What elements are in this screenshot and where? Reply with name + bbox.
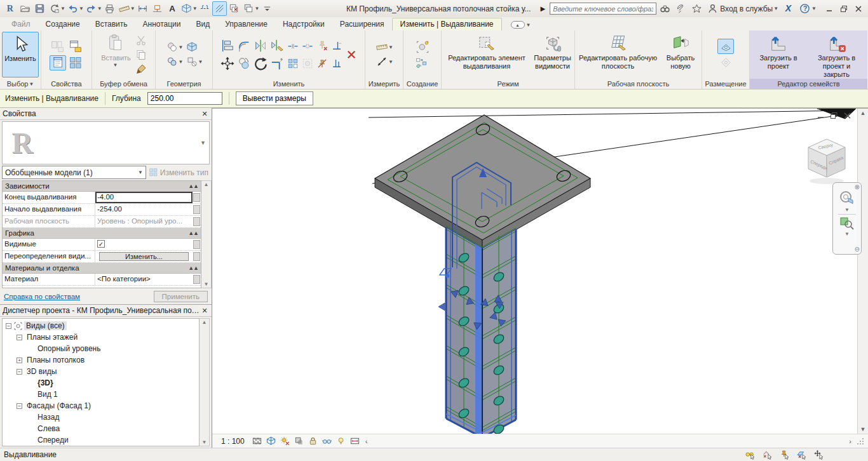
properties-help-link[interactable]: Справка по свойствам [4, 293, 80, 300]
solid-geometry-icon[interactable] [185, 40, 199, 54]
sign-in-button[interactable]: Вход в службы ▼ [705, 2, 780, 16]
select-links-toggle-icon[interactable] [743, 449, 757, 460]
section-collapse-icon[interactable]: ▲▲ [188, 230, 198, 236]
measure-button[interactable] [117, 1, 132, 16]
cut-icon[interactable] [134, 33, 148, 47]
offset-icon[interactable] [236, 37, 252, 53]
copy-tool-icon[interactable] [236, 55, 252, 71]
tab-3[interactable]: Аннотации [135, 18, 189, 30]
open-button[interactable] [18, 1, 32, 16]
tree-item[interactable]: −Фасады (Фасад 1) [3, 400, 199, 411]
view-close-icon[interactable] [843, 112, 851, 119]
ribbon-collapse-dropdown-icon[interactable]: ▼ [526, 22, 531, 28]
view-restore-icon[interactable] [829, 112, 838, 119]
pin-icon[interactable] [315, 39, 329, 53]
section-collapse-icon[interactable]: ▲▲ [188, 265, 198, 271]
depth-input[interactable] [147, 92, 222, 105]
help-dropdown-icon[interactable]: ▼ [811, 6, 817, 11]
rotate-icon[interactable] [253, 55, 269, 71]
aligned-dimension-button[interactable] [135, 1, 150, 16]
measure-between-icon[interactable] [375, 55, 389, 69]
copy-icon[interactable] [134, 48, 148, 62]
tab-6[interactable]: Надстройки [275, 18, 332, 30]
scroll-right-icon[interactable]: › [846, 438, 854, 445]
tree-item[interactable]: Вид 1 [3, 389, 199, 400]
model-3d-view[interactable]: Сверху Спереди Справа [212, 109, 857, 434]
sync-with-central-button[interactable] [47, 1, 62, 16]
edit-type-button[interactable]: Изменить тип [149, 168, 210, 177]
modify-button[interactable]: Изменить [2, 32, 39, 77]
show-dimensions-button[interactable]: Вывести размеры [236, 91, 313, 105]
save-button[interactable] [32, 1, 47, 16]
property-section[interactable]: Материалы и отделка▲▲ [3, 263, 201, 274]
tree-item[interactable]: Слева [3, 423, 199, 434]
reveal-hidden-icon[interactable] [335, 436, 348, 447]
sync-with-central-dropdown-icon[interactable]: ▼ [60, 6, 65, 11]
steering-wheel-icon[interactable] [839, 190, 855, 208]
reveal-constraints-icon[interactable] [349, 436, 362, 447]
section-collapse-icon[interactable]: ▲▲ [188, 183, 198, 189]
tab-2[interactable]: Вставить [88, 18, 135, 30]
associate-parameter-button[interactable] [193, 275, 200, 284]
property-value[interactable]: -254.00 [95, 204, 193, 215]
favorites-star-icon[interactable] [689, 2, 704, 16]
tab-modify-extrusion-active[interactable]: Изменить | Выдавливание [392, 18, 502, 30]
load-into-project-close-button[interactable]: Загрузить в проект и закрыть [807, 32, 866, 77]
text-button[interactable]: A [165, 1, 179, 16]
tree-item[interactable]: +Планы потолков [3, 354, 199, 366]
sun-path-icon[interactable] [279, 436, 292, 447]
apply-button[interactable]: Применить [154, 291, 208, 302]
measure-ruler-icon[interactable] [375, 40, 389, 54]
select-by-face-toggle-icon[interactable] [795, 449, 809, 460]
tree-item[interactable]: −Планы этажей [3, 331, 199, 343]
split-element-icon[interactable] [286, 39, 300, 53]
search-icon[interactable] [657, 2, 672, 16]
close-button[interactable] [853, 4, 864, 13]
mirror-pick-axis-icon[interactable] [253, 37, 269, 53]
place-on-work-plane-icon[interactable] [717, 55, 734, 70]
array-icon[interactable] [286, 57, 300, 70]
tree-item[interactable]: −3D виды [3, 366, 199, 377]
undo-button[interactable] [65, 1, 80, 16]
redo-dropdown-icon[interactable]: ▼ [97, 6, 102, 11]
property-section[interactable]: Зависимости▲▲ [3, 181, 201, 192]
split-with-gap-icon[interactable] [301, 39, 315, 53]
tree-item[interactable]: {3D} [3, 377, 199, 389]
tree-expand-icon[interactable]: − [17, 335, 22, 340]
cut-geometry-icon[interactable] [165, 40, 179, 54]
family-category-icon[interactable] [67, 38, 83, 54]
type-selector[interactable]: Обобщенные модели (1) ▼ [2, 166, 146, 179]
minimize-button[interactable] [824, 4, 834, 13]
restore-button[interactable] [838, 4, 849, 13]
infocenter-expand-icon[interactable]: ▶ [540, 5, 545, 12]
default-3d-view-button[interactable] [179, 1, 194, 16]
delete-icon[interactable] [344, 48, 358, 62]
measure-dropdown-icon[interactable]: ▼ [130, 6, 135, 11]
create-similar-icon[interactable] [414, 56, 428, 70]
tree-expand-icon[interactable]: + [17, 357, 22, 363]
select-pinned-toggle-icon[interactable] [778, 449, 792, 460]
switch-windows-button[interactable] [241, 1, 256, 16]
create-group-disabled-icon[interactable] [301, 57, 315, 70]
tree-expand-icon[interactable]: − [17, 369, 22, 375]
mirror-draw-axis-icon[interactable] [269, 37, 285, 53]
help-icon[interactable]: ? [797, 2, 812, 16]
edit-work-plane-button[interactable]: Редактировать рабочую плоскость [576, 32, 660, 77]
scroll-left-icon[interactable]: ‹ [363, 438, 370, 445]
customize-qat-button[interactable] [260, 1, 275, 16]
tree-expand-icon[interactable]: − [6, 323, 11, 329]
visible-checkbox[interactable]: ✓ [97, 240, 105, 248]
properties-palette-icon[interactable] [50, 55, 66, 70]
visibility-settings-button[interactable]: Параметры видимости [532, 32, 573, 77]
navbar-options-icon[interactable]: ⊖ [855, 246, 860, 253]
family-connections-icon[interactable] [67, 55, 83, 70]
communication-center-icon[interactable] [673, 2, 688, 16]
load-into-project-button[interactable]: Загрузить в проект [751, 32, 806, 77]
navbar-close-icon[interactable]: ⊗ [855, 184, 860, 190]
place-on-face-icon[interactable] [717, 39, 734, 54]
zoom-tool-icon[interactable] [839, 216, 855, 232]
print-button[interactable] [102, 1, 117, 16]
section-button[interactable] [198, 1, 212, 16]
property-value[interactable]: Уровень : Опорный уро... [95, 216, 193, 227]
drawing-area[interactable]: Сверху Спереди Справа ⊗ ▼ [212, 108, 868, 448]
